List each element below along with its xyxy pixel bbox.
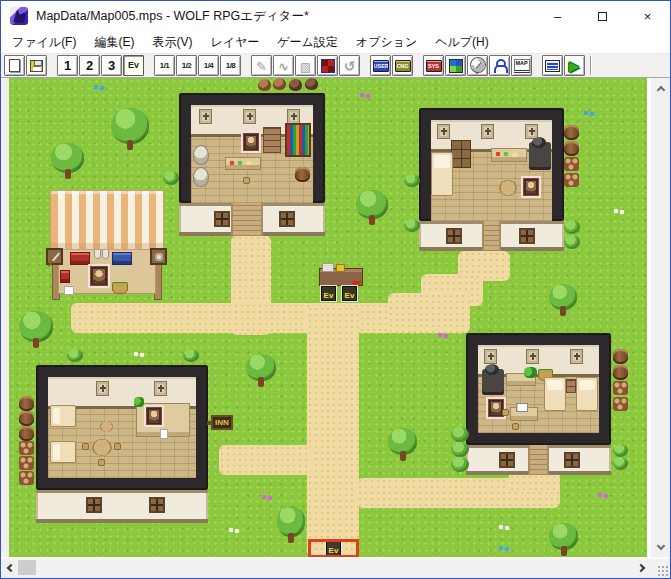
barrel [613, 349, 628, 364]
mushroom [305, 78, 318, 90]
user-db-button[interactable]: USER [370, 55, 391, 76]
tree [19, 311, 53, 348]
flower-purple [437, 332, 449, 340]
event-layer-button[interactable]: Ev [123, 55, 144, 76]
layer-3-button[interactable]: 3 [101, 55, 122, 76]
undo-icon [344, 57, 356, 75]
tree [549, 523, 578, 556]
menu-item-3[interactable]: 表示(V) [143, 31, 201, 53]
vertical-scrollbar[interactable] [651, 78, 670, 557]
menu-item-2[interactable]: 編集(E) [85, 31, 143, 53]
textwin-icon [545, 60, 560, 72]
bush [67, 349, 83, 362]
map-canvas[interactable]: INN [9, 78, 647, 557]
flower-blue [93, 84, 105, 92]
mushroom [289, 79, 302, 91]
zoom-1-2-button[interactable]: 1/2 [176, 55, 197, 76]
menu-item-1[interactable]: ファイル(F) [3, 31, 85, 53]
barrel [564, 125, 579, 140]
menu-item-7[interactable]: ヘルプ(H) [426, 31, 498, 53]
event-portrait [521, 176, 541, 198]
undo-button [339, 55, 360, 76]
tree [388, 428, 417, 461]
system-db-button[interactable]: SYS [423, 55, 444, 76]
scroll-left-button[interactable] [2, 559, 17, 576]
layer-2-button[interactable]: 2 [79, 55, 100, 76]
zoom-1-4-button-label: 1/4 [204, 62, 214, 70]
barrel [19, 411, 34, 426]
pen-icon [256, 57, 267, 75]
barrel [613, 365, 628, 380]
scroll-up-button[interactable] [651, 80, 670, 96]
app-window: MapData/Map005.mps - WOLF RPGエディター* – × … [0, 0, 671, 579]
tiles-icon [449, 59, 463, 73]
changeable-db-button-label: CNG [395, 60, 411, 72]
inn-sign: INN [211, 415, 233, 430]
menu-item-4[interactable]: レイヤー [201, 31, 268, 53]
horizontal-scrollbar[interactable] [1, 557, 651, 578]
menu-item-6[interactable]: オプション [347, 31, 426, 53]
scroll-right-button[interactable] [635, 559, 650, 576]
common-events-button[interactable] [489, 55, 510, 76]
close-button[interactable]: × [625, 1, 670, 31]
zoom-1-8-button-label: 1/8 [226, 62, 236, 70]
changeable-db-button[interactable]: CNG [392, 55, 413, 76]
layer-3-button-label: 3 [108, 59, 115, 72]
bush [564, 220, 580, 234]
log-pile [19, 471, 34, 485]
layer-1-button-label: 1 [64, 59, 71, 72]
market-stall [50, 190, 164, 302]
flower-white [228, 527, 240, 535]
zoom-1-4-button[interactable]: 1/4 [198, 55, 219, 76]
bush [613, 444, 628, 457]
house-top-center [179, 93, 325, 236]
tree [111, 108, 149, 150]
event-layer-button-label: Ev [128, 61, 139, 70]
log-pile [19, 456, 34, 470]
event-portrait [241, 131, 261, 153]
new-map-button[interactable] [4, 55, 25, 76]
barrel [19, 426, 34, 441]
test-play-button[interactable] [564, 55, 585, 76]
map-select-button-label: MAP [514, 59, 530, 73]
resize-grip[interactable] [656, 564, 668, 576]
layer-1-button[interactable]: 1 [57, 55, 78, 76]
toolbar-separator [590, 56, 592, 75]
menu-bar: ファイル(F)編集(E)表示(V)レイヤーゲーム設定オプションヘルプ(H) [1, 31, 670, 53]
sand-path-segment [388, 293, 470, 333]
event-marker[interactable]: Ev [320, 285, 337, 302]
maximize-button[interactable] [580, 1, 625, 31]
save-button[interactable] [26, 55, 47, 76]
horizontal-scroll-thumb[interactable] [18, 560, 36, 575]
rect-fill-tool-button [295, 55, 316, 76]
play-icon [569, 57, 580, 75]
rectfill-icon [300, 57, 311, 75]
flower-blue [583, 110, 595, 118]
minimize-button[interactable]: – [535, 1, 580, 31]
scroll-down-button[interactable] [651, 539, 670, 555]
log-pile [613, 397, 628, 411]
inn-sign-label: INN [215, 419, 229, 427]
zoom-1-1-button[interactable]: 1/1 [154, 55, 175, 76]
event-marker[interactable]: Ev [341, 285, 358, 302]
log-pile [613, 381, 628, 395]
game-settings-button[interactable] [542, 55, 563, 76]
map-chip-settings-button[interactable] [445, 55, 466, 76]
system-db-button-label: SYS [426, 60, 442, 72]
bush [183, 349, 199, 362]
flower-white [133, 351, 145, 359]
tree [51, 143, 84, 179]
event-marker-label: Ev [324, 292, 334, 300]
zoom-1-8-button[interactable]: 1/8 [220, 55, 241, 76]
layer-2-button-label: 2 [86, 59, 93, 72]
system-settings-button[interactable] [467, 55, 488, 76]
menu-item-5[interactable]: ゲーム設定 [268, 31, 347, 53]
log-pile [19, 441, 34, 455]
log-pile [564, 173, 579, 187]
house-inn [36, 365, 208, 523]
tile-stamp-button[interactable] [317, 55, 338, 76]
map-select-button[interactable]: MAP [511, 55, 532, 76]
mushroom [273, 78, 286, 90]
map-left-gutter [1, 78, 9, 557]
bush [404, 219, 420, 232]
